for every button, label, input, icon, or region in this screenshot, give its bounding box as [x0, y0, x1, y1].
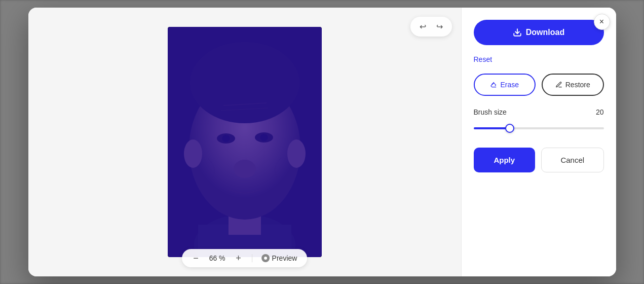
cancel-button[interactable]: Cancel — [541, 148, 604, 172]
zoom-controls: − 66 % + Preview — [182, 249, 308, 267]
brush-size-label: Brush size — [474, 108, 507, 116]
restore-button[interactable]: Restore — [542, 74, 604, 96]
svg-rect-15 — [168, 27, 322, 257]
download-icon — [513, 28, 522, 37]
action-buttons: Apply Cancel — [474, 148, 604, 172]
download-button[interactable]: Download — [474, 20, 604, 45]
zoom-divider — [252, 254, 252, 262]
modal-overlay: × ↩ ↪ — [0, 0, 644, 284]
download-label: Download — [526, 28, 564, 37]
main-image — [168, 27, 322, 257]
preview-button[interactable]: Preview — [259, 253, 299, 263]
tool-buttons: Erase Restore — [474, 74, 604, 96]
erase-icon — [490, 81, 497, 88]
preview-icon — [261, 254, 270, 262]
erase-label: Erase — [500, 81, 519, 89]
brush-size-value: 20 — [596, 108, 604, 116]
canvas-area: ↩ ↪ — [28, 8, 462, 276]
slider-container[interactable] — [474, 123, 604, 133]
image-container[interactable] — [168, 27, 322, 257]
restore-icon — [555, 81, 562, 88]
restore-label: Restore — [565, 81, 590, 89]
right-panel: Download Reset Erase — [462, 8, 616, 276]
erase-button[interactable]: Erase — [474, 74, 536, 96]
canvas-toolbar: ↩ ↪ — [410, 17, 452, 37]
zoom-out-button[interactable]: − — [190, 252, 202, 264]
brush-section: Brush size 20 — [474, 108, 604, 133]
preview-icon-inner — [264, 257, 267, 260]
zoom-in-button[interactable]: + — [233, 252, 245, 264]
preview-label: Preview — [272, 254, 297, 262]
apply-button[interactable]: Apply — [474, 148, 536, 172]
undo-button[interactable]: ↩ — [415, 20, 430, 33]
zoom-value: 66 % — [207, 254, 228, 262]
modal-dialog: × ↩ ↪ — [28, 8, 616, 276]
reset-link[interactable]: Reset — [474, 55, 604, 63]
brush-header: Brush size 20 — [474, 108, 604, 116]
close-button[interactable]: × — [594, 14, 610, 30]
redo-button[interactable]: ↪ — [432, 20, 447, 33]
